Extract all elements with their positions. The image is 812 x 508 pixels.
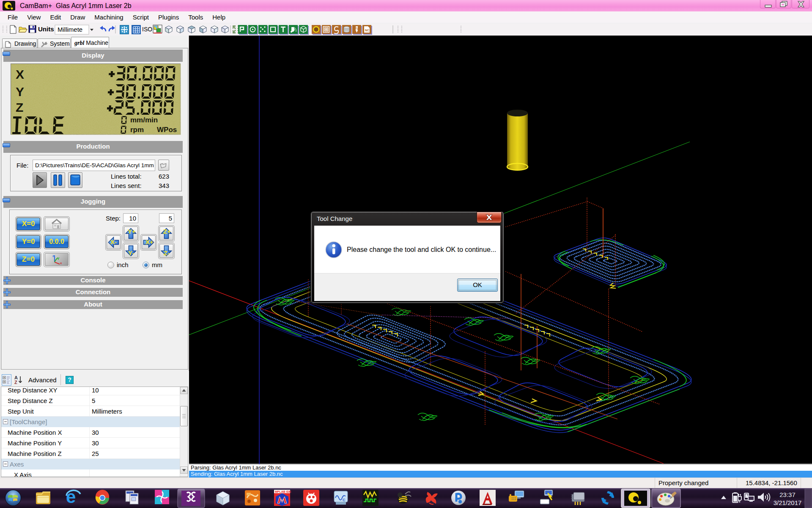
- svg-text:C: C: [343, 498, 346, 502]
- svg-text:Z-: Z-: [164, 249, 170, 257]
- svg-text:x: x: [60, 261, 62, 265]
- svg-text:3/21/2017: 3/21/2017: [774, 499, 802, 506]
- svg-text:Y-: Y-: [128, 249, 134, 257]
- svg-text:Y+: Y+: [128, 228, 136, 235]
- svg-text:X+: X+: [145, 238, 154, 246]
- svg-text:MPLAB IDE: MPLAB IDE: [275, 490, 291, 493]
- svg-text:z: z: [52, 254, 54, 258]
- svg-text:Units: Units: [38, 25, 54, 33]
- svg-text:Z: Z: [14, 380, 17, 385]
- svg-text:Millimete: Millimete: [58, 26, 82, 33]
- svg-text:Z+: Z+: [163, 228, 171, 235]
- svg-text:NC: NC: [365, 29, 369, 32]
- svg-text:23:37: 23:37: [779, 491, 796, 498]
- svg-text:X-: X-: [110, 238, 117, 246]
- svg-text:ISO: ISO: [142, 26, 152, 33]
- svg-text:y: y: [58, 256, 60, 260]
